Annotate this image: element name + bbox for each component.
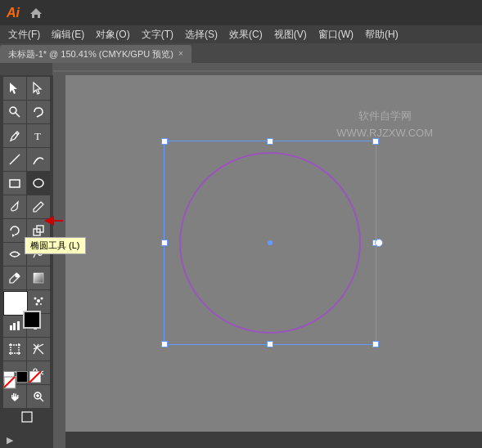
status-text: ▶ <box>7 435 13 446</box>
ellipse-svg <box>164 141 376 345</box>
ruler-corner <box>0 63 53 75</box>
menu-object[interactable]: 对象(O) <box>91 25 134 43</box>
menu-bar: 文件(F) 编辑(E) 对象(O) 文字(T) 选择(S) 效果(C) 视图(V… <box>0 25 482 43</box>
warp-tool[interactable] <box>3 243 26 266</box>
zoom-tool[interactable] <box>27 385 50 408</box>
menu-type[interactable]: 文字(T) <box>137 25 178 43</box>
shape-container[interactable] <box>164 141 376 345</box>
lasso-tool[interactable] <box>27 101 50 123</box>
color-area <box>3 291 41 383</box>
svg-line-9 <box>10 155 20 164</box>
tool-row-1 <box>3 77 50 100</box>
tab-bar: 未标题-1* @ 150.41% (CMYK/GPU 预览) × <box>0 43 482 63</box>
canvas-area[interactable]: 软件自学网 WWW.RJZXW.COM <box>65 75 482 432</box>
rectangle-tool[interactable] <box>3 172 26 195</box>
svg-line-47 <box>40 398 43 401</box>
tab-label: 未标题-1* @ 150.41% (CMYK/GPU 预览) <box>8 45 173 63</box>
rotate-tool[interactable] <box>3 219 26 242</box>
svg-marker-3 <box>10 83 17 94</box>
bottom-icons <box>17 409 37 425</box>
svg-point-57 <box>180 153 360 333</box>
line-tool[interactable] <box>3 148 26 171</box>
svg-point-6 <box>10 107 16 114</box>
menu-file[interactable]: 文件(F) <box>3 25 45 43</box>
document-tab[interactable]: 未标题-1* @ 150.41% (CMYK/GPU 预览) × <box>0 45 191 63</box>
eyedropper-tool[interactable] <box>3 267 26 289</box>
arrow-indicator <box>43 213 67 231</box>
tool-row-3: T <box>3 124 50 147</box>
change-screen-mode[interactable] <box>17 409 37 425</box>
menu-effect[interactable]: 效果(C) <box>224 25 268 43</box>
ruler-row <box>0 63 482 75</box>
brush-tool[interactable] <box>3 195 26 218</box>
svg-marker-0 <box>30 8 42 18</box>
direct-selection-tool[interactable] <box>27 77 50 100</box>
menu-edit[interactable]: 编辑(E) <box>47 25 89 43</box>
gradient-tool[interactable] <box>27 267 50 289</box>
none-indicator[interactable] <box>3 376 16 389</box>
black-swatch[interactable] <box>16 371 28 383</box>
tool-row-5 <box>3 172 50 195</box>
fill-stroke-indicator[interactable] <box>3 291 41 329</box>
arc-tool[interactable] <box>27 148 50 171</box>
ai-logo: Ai <box>7 6 20 20</box>
magic-wand-tool[interactable] <box>3 101 26 123</box>
selection-tool[interactable] <box>3 77 26 100</box>
ruler-horizontal <box>53 63 482 75</box>
svg-point-15 <box>16 274 19 277</box>
tool-row-2 <box>3 101 50 123</box>
tool-row-9 <box>3 267 50 289</box>
menu-help[interactable]: 帮助(H) <box>360 25 403 43</box>
tab-close-button[interactable]: × <box>178 45 183 63</box>
canvas-wrapper: 软件自学网 WWW.RJZXW.COM <box>53 75 482 432</box>
pen-tool[interactable] <box>3 124 26 147</box>
svg-marker-4 <box>34 83 41 94</box>
tool-row-4 <box>3 148 50 171</box>
tooltip-text: 椭圆工具 (L) <box>30 240 80 250</box>
none-swatch[interactable] <box>29 371 41 383</box>
left-sidebar: T <box>0 75 53 432</box>
status-bar: ▶ <box>0 432 482 448</box>
title-bar: Ai <box>0 0 482 25</box>
tooltip: 椭圆工具 (L) <box>25 237 86 254</box>
svg-rect-10 <box>10 180 20 187</box>
main-area: T <box>0 75 482 432</box>
menu-window[interactable]: 窗口(W) <box>313 25 358 43</box>
svg-rect-16 <box>34 273 43 283</box>
svg-rect-54 <box>22 412 32 422</box>
stroke-swatch[interactable] <box>23 311 41 329</box>
menu-view[interactable]: 视图(V) <box>269 25 312 43</box>
home-icon-btn[interactable] <box>26 3 46 23</box>
menu-select[interactable]: 选择(S) <box>180 25 223 43</box>
svg-marker-12 <box>12 234 15 237</box>
svg-text:T: T <box>34 130 41 142</box>
type-tool[interactable]: T <box>27 124 50 147</box>
svg-point-11 <box>34 179 43 187</box>
ellipse-tool[interactable] <box>27 172 50 195</box>
svg-rect-1 <box>53 63 482 75</box>
